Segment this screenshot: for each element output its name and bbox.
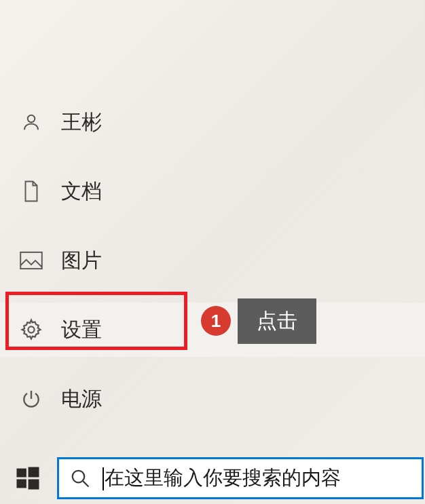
gear-icon	[19, 317, 43, 342]
menu-item-power[interactable]: 电源	[0, 372, 425, 426]
menu-item-label: 电源	[61, 385, 102, 413]
svg-rect-5	[17, 480, 26, 488]
svg-rect-3	[17, 469, 26, 478]
menu-item-label: 图片	[61, 247, 102, 275]
start-button[interactable]	[0, 454, 56, 503]
svg-line-8	[83, 481, 88, 486]
svg-point-7	[73, 471, 85, 483]
menu-item-documents[interactable]: 文档	[0, 164, 425, 218]
svg-rect-6	[29, 480, 39, 490]
taskbar: 在这里输入你要搜索的内容	[0, 454, 425, 503]
menu-item-label: 文档	[61, 178, 102, 206]
annotation-step-badge: 1	[201, 306, 231, 336]
svg-point-2	[28, 326, 34, 332]
svg-rect-1	[20, 252, 42, 269]
svg-point-0	[28, 115, 35, 123]
windows-logo-icon	[16, 466, 40, 490]
annotation-step-label: 点击	[238, 298, 316, 344]
start-menu: 王彬 文档 图片	[0, 0, 425, 504]
svg-rect-4	[29, 467, 39, 478]
image-icon	[19, 248, 43, 273]
search-placeholder: 在这里输入你要搜索的内容	[103, 465, 341, 492]
search-icon	[70, 468, 90, 488]
menu-item-user[interactable]: 王彬	[0, 95, 425, 149]
user-icon	[19, 110, 43, 134]
document-icon	[19, 179, 43, 203]
menu-item-label: 设置	[61, 316, 102, 344]
menu-item-pictures[interactable]: 图片	[0, 233, 425, 288]
power-icon	[19, 387, 43, 411]
menu-item-label: 王彬	[61, 109, 102, 136]
search-input[interactable]: 在这里输入你要搜索的内容	[57, 457, 424, 499]
menu-items: 王彬 文档 图片	[0, 95, 425, 441]
